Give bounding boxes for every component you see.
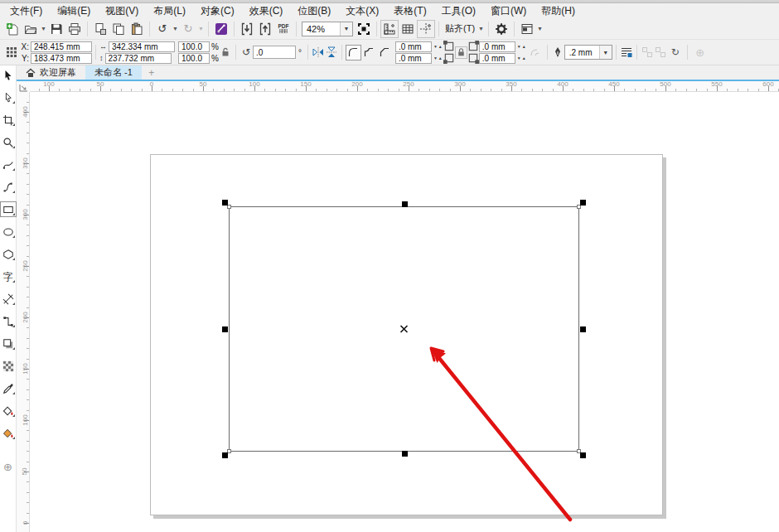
open-dropdown[interactable]: ▼ — [40, 26, 47, 31]
menu-item-8[interactable]: 文本(X) — [338, 3, 386, 19]
new-tab-button[interactable]: + — [142, 65, 162, 80]
group-objects-icon[interactable] — [641, 46, 654, 59]
convert-to-curves-icon[interactable]: ↻ — [667, 46, 684, 59]
menu-item-2[interactable]: 编辑(E) — [50, 3, 98, 19]
workspace-launcher-button[interactable] — [518, 20, 536, 38]
scalloped-corner-button[interactable] — [361, 45, 377, 60]
outline-width-dropdown[interactable]: ▼ — [599, 46, 612, 59]
selection-handle-se[interactable] — [580, 452, 586, 458]
paste-button[interactable] — [128, 20, 146, 38]
publish-pdf-button[interactable]: PDF — [274, 20, 293, 38]
polygon-tool[interactable] — [1, 247, 16, 261]
text-tool[interactable]: 字 — [1, 269, 16, 283]
corner-tr-spinner[interactable]: ▼▲ — [517, 45, 527, 49]
object-width-input[interactable] — [109, 41, 175, 52]
fillet-chamfer-icon[interactable] — [527, 46, 544, 59]
pick-tool[interactable] — [1, 68, 16, 82]
menu-item-10[interactable]: 工具(O) — [434, 3, 483, 19]
selection-handle-nw[interactable] — [222, 200, 228, 206]
show-rulers-button[interactable] — [380, 20, 399, 38]
eyedropper-tool[interactable] — [1, 381, 16, 395]
drop-shadow-tool[interactable] — [1, 336, 16, 351]
ungroup-objects-icon[interactable] — [654, 46, 667, 59]
y-position-input[interactable] — [31, 53, 92, 64]
ruler-origin-corner[interactable] — [17, 81, 30, 92]
lock-corners-icon[interactable] — [455, 46, 467, 59]
selection-handle-s[interactable] — [402, 451, 408, 457]
corner-tl-spinner[interactable]: ▼▲ — [433, 45, 443, 49]
customize-plus[interactable]: ⊕ — [1, 460, 16, 474]
horizontal-ruler[interactable]: 1005005010015020025030035040045050055060… — [30, 81, 779, 92]
connector-tool[interactable] — [1, 314, 16, 328]
zoom-tool[interactable] — [1, 135, 16, 149]
crop-tool[interactable] — [1, 113, 16, 127]
zoom-dropdown-arrow[interactable]: ▼ — [340, 22, 352, 36]
show-grid-button[interactable] — [399, 20, 417, 38]
selection-handle-sw[interactable] — [222, 452, 228, 458]
open-button[interactable] — [22, 20, 40, 38]
add-property-plus-icon[interactable]: ⊕ — [691, 46, 709, 59]
redo-button[interactable]: ↻ — [179, 20, 197, 38]
tab-untitled-document[interactable]: 未命名 -1 — [85, 65, 142, 80]
smart-fill-tool[interactable] — [1, 426, 16, 440]
round-corner-button[interactable] — [346, 45, 361, 60]
rectangle-tool[interactable] — [1, 202, 16, 216]
search-content-button[interactable] — [212, 20, 230, 38]
x-position-input[interactable] — [31, 41, 92, 52]
scale-x-input[interactable] — [178, 41, 210, 52]
menu-item-4[interactable]: 布局(L) — [146, 3, 193, 19]
undo-button[interactable]: ↺ — [153, 20, 172, 38]
canvas[interactable] — [30, 92, 779, 532]
menu-item-5[interactable]: 对象(C) — [193, 3, 242, 19]
menu-item-1[interactable]: 文件(F) — [2, 3, 50, 19]
selection-handle-ne[interactable] — [580, 200, 586, 206]
snap-to-dropdown[interactable]: ▼ — [477, 26, 485, 31]
corner-radius-bl-input[interactable] — [395, 53, 432, 64]
redo-dropdown[interactable]: ▼ — [197, 26, 205, 31]
export-button[interactable] — [256, 20, 274, 38]
menu-item-12[interactable]: 帮助(H) — [534, 3, 583, 19]
corner-bl-spinner[interactable]: ▼▲ — [433, 56, 443, 60]
cut-button[interactable] — [91, 20, 109, 38]
menu-item-3[interactable]: 视图(V) — [98, 3, 146, 19]
ellipse-tool[interactable] — [1, 225, 16, 239]
shape-tool[interactable] — [1, 90, 16, 104]
bspline-tool[interactable] — [1, 180, 16, 194]
dimension-tool[interactable] — [1, 292, 16, 306]
vertical-ruler[interactable]: 400350300250200150100500 — [17, 92, 30, 532]
corner-radius-br-input[interactable] — [479, 53, 515, 64]
wrap-text-icon[interactable] — [620, 46, 633, 59]
show-guidelines-button[interactable] — [417, 20, 435, 38]
interactive-fill-tool[interactable] — [1, 404, 16, 418]
copy-button[interactable] — [109, 20, 128, 38]
selection-handle-w[interactable] — [222, 326, 228, 332]
selected-rectangle[interactable] — [229, 206, 579, 452]
corner-radius-tl-input[interactable] — [395, 41, 432, 52]
mirror-vertical-icon[interactable] — [325, 46, 338, 59]
menu-item-11[interactable]: 窗口(W) — [483, 3, 534, 19]
freehand-tool[interactable] — [1, 157, 16, 172]
outline-width-combobox[interactable]: .2 mm ▼ — [564, 45, 612, 60]
options-gear-button[interactable] — [492, 20, 510, 38]
transparency-tool[interactable] — [1, 359, 16, 373]
corner-br-spinner[interactable]: ▼▲ — [517, 56, 527, 60]
lock-ratio-icon[interactable] — [219, 46, 232, 59]
tab-welcome-screen[interactable]: 欢迎屏幕 — [17, 65, 85, 80]
workspace-dropdown[interactable]: ▼ — [536, 26, 544, 31]
new-document-button[interactable] — [3, 20, 22, 38]
import-button[interactable] — [238, 20, 256, 38]
menu-item-9[interactable]: 表格(T) — [386, 3, 433, 19]
corner-radius-tr-input[interactable] — [479, 41, 515, 52]
menu-item-6[interactable]: 效果(C) — [242, 3, 291, 19]
zoom-level-combobox[interactable]: 42% ▼ — [302, 22, 353, 36]
object-height-input[interactable] — [105, 53, 172, 64]
save-button[interactable] — [47, 20, 65, 38]
print-button[interactable] — [65, 20, 84, 38]
selection-handle-n[interactable] — [402, 201, 408, 207]
mirror-horizontal-icon[interactable] — [312, 46, 325, 59]
selection-handle-e[interactable] — [580, 326, 586, 332]
snap-to-label[interactable]: 贴齐(T) — [443, 22, 477, 35]
chamfered-corner-button[interactable] — [377, 45, 393, 60]
scale-y-input[interactable] — [178, 53, 210, 64]
menu-item-7[interactable]: 位图(B) — [290, 3, 338, 19]
